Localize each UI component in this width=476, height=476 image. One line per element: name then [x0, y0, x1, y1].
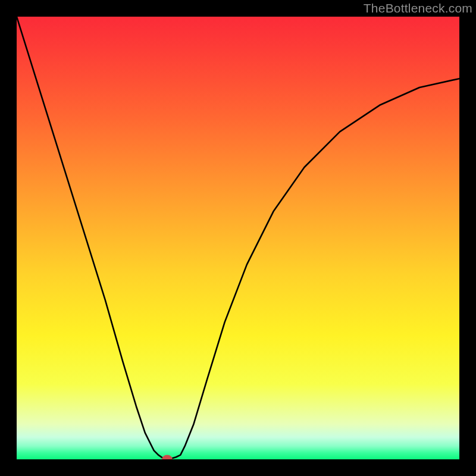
bottleneck-curve: [17, 17, 459, 459]
plot-area: [17, 17, 459, 459]
curve-path: [17, 17, 459, 459]
watermark-text: TheBottleneck.com: [364, 1, 472, 15]
bottleneck-marker: [162, 455, 173, 459]
chart-frame: TheBottleneck.com: [0, 0, 476, 476]
